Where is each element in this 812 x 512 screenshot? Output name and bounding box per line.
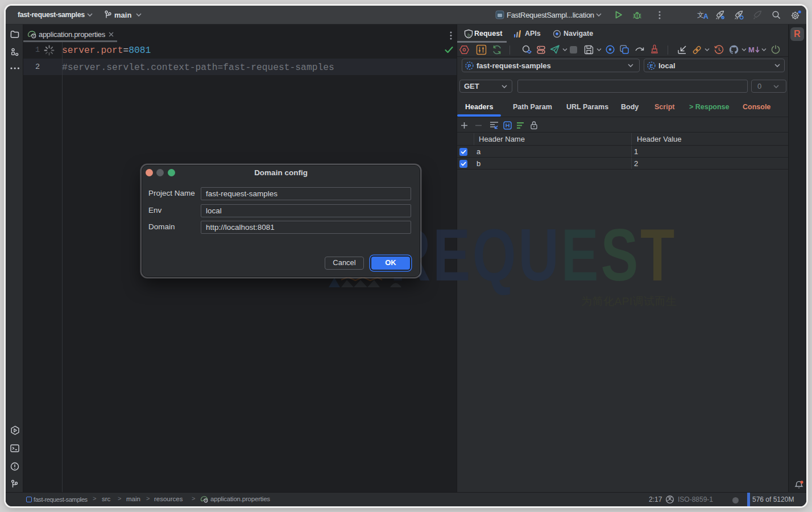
svg-text:P: P xyxy=(467,63,471,69)
svg-text:E: E xyxy=(649,63,653,69)
